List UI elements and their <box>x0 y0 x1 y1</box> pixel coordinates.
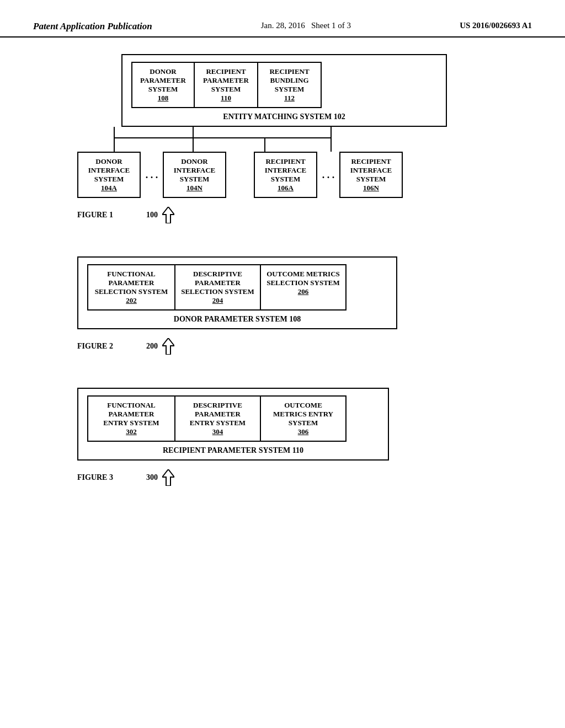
figure-3-caption: FIGURE 3 <box>77 473 113 482</box>
fig1-bottom-row: DONOR INTERFACE SYSTEM 104A . . . DONOR … <box>77 152 532 198</box>
recipient-parameter-system-label: RECIPIENT PARAMETER SYSTEM 110 <box>87 446 379 455</box>
descriptive-parameter-selection-box: DESCRIPTIVE PARAMETER SELECTION SYSTEM 2… <box>175 264 261 311</box>
donor-interface-104a-box: DONOR INTERFACE SYSTEM 104A <box>77 152 141 198</box>
outcome-metrics-entry-box: OUTCOME METRICS ENTRY SYSTEM 306 <box>261 395 347 442</box>
svg-marker-9 <box>162 338 174 355</box>
figure-2-arrow-icon <box>162 338 174 355</box>
recipient-interface-106n-box: RECIPIENT INTERFACE SYSTEM 106N <box>339 152 403 198</box>
functional-parameter-entry-box: FUNCTIONAL PARAMETER ENTRY SYSTEM 302 <box>87 395 175 442</box>
svg-marker-10 <box>162 469 174 486</box>
recipient-interface-106a-box: RECIPIENT INTERFACE SYSTEM 106A <box>254 152 317 198</box>
page-header: Patent Application Publication Jan. 28, … <box>0 0 565 38</box>
fig3-boxes-row: FUNCTIONAL PARAMETER ENTRY SYSTEM 302 DE… <box>87 395 379 442</box>
figure-1-section: DONOR PARAMETER SYSTEM 108 RECIPIENT PAR… <box>33 54 532 223</box>
fig1-connectors <box>77 127 403 152</box>
recipient-parameter-system-diagram: FUNCTIONAL PARAMETER ENTRY SYSTEM 302 DE… <box>77 388 389 461</box>
dots-2: . . . <box>317 152 339 198</box>
figure-2-number: 200 <box>146 338 174 355</box>
donor-parameter-system-diagram: FUNCTIONAL PARAMETER SELECTION SYSTEM 20… <box>77 256 397 329</box>
donor-parameter-system-box: DONOR PARAMETER SYSTEM 108 <box>131 62 195 108</box>
svg-marker-8 <box>162 207 174 223</box>
dots-1: . . . <box>141 152 163 198</box>
figure-1-number: 100 <box>146 207 174 223</box>
fig1-top-row: DONOR PARAMETER SYSTEM 108 RECIPIENT PAR… <box>131 62 437 108</box>
descriptive-parameter-entry-box: DESCRIPTIVE PARAMETER ENTRY SYSTEM 304 <box>175 395 261 442</box>
functional-parameter-selection-box: FUNCTIONAL PARAMETER SELECTION SYSTEM 20… <box>87 264 175 311</box>
recipient-parameter-system-box: RECIPIENT PARAMETER SYSTEM 110 <box>195 62 258 108</box>
donor-interface-104n-box: DONOR INTERFACE SYSTEM 104N <box>163 152 226 198</box>
outcome-metrics-selection-box: OUTCOME METRICS SELECTION SYSTEM 206 <box>261 264 347 311</box>
header-patent-number: US 2016/0026693 A1 <box>460 21 532 30</box>
fig2-boxes-row: FUNCTIONAL PARAMETER SELECTION SYSTEM 20… <box>87 264 387 311</box>
recipient-bundling-system-box: RECIPIENT BUNDLING SYSTEM 112 <box>258 62 322 108</box>
entity-matching-system-box: DONOR PARAMETER SYSTEM 108 RECIPIENT PAR… <box>121 54 447 127</box>
header-publication-label: Patent Application Publication <box>33 21 152 32</box>
figure-3-section: FUNCTIONAL PARAMETER ENTRY SYSTEM 302 DE… <box>33 388 532 486</box>
figure-2-section: FUNCTIONAL PARAMETER SELECTION SYSTEM 20… <box>33 256 532 355</box>
figure-2-caption: FIGURE 2 <box>77 342 113 351</box>
header-date: Jan. 28, 2016 Sheet 1 of 3 <box>261 21 351 30</box>
figure-3-number: 300 <box>146 469 174 486</box>
entity-matching-label: ENTITY MATCHING SYSTEM 102 <box>131 113 437 121</box>
spacer-1 <box>226 152 254 198</box>
main-content: DONOR PARAMETER SYSTEM 108 RECIPIENT PAR… <box>0 38 565 519</box>
donor-parameter-system-label: DONOR PARAMETER SYSTEM 108 <box>87 315 387 324</box>
figure-1-caption: FIGURE 1 <box>77 211 113 220</box>
figure-1-arrow-icon <box>162 207 174 223</box>
figure-3-arrow-icon <box>162 469 174 486</box>
